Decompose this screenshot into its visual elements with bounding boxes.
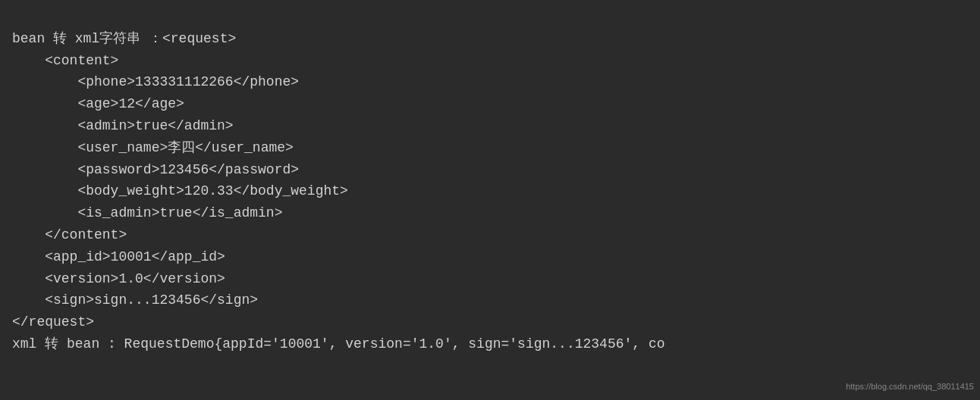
code-line: <app_id>10001</app_id> (12, 246, 968, 268)
watermark: https://blog.csdn.net/qq_38011415 (846, 380, 974, 394)
code-line: <sign>sign...123456</sign> (12, 289, 968, 311)
code-line: <version>1.0</version> (12, 268, 968, 290)
code-line: <is_admin>true</is_admin> (12, 202, 968, 224)
code-line: <phone>133331112266</phone> (12, 71, 968, 93)
code-line: <body_weight>120.33</body_weight> (12, 180, 968, 202)
code-line: <user_name>李四</user_name> (12, 137, 968, 159)
code-line: </request> (12, 311, 968, 333)
code-line: <admin>true</admin> (12, 115, 968, 137)
code-line: bean 转 xml字符串 ：<request> (12, 28, 968, 50)
code-display: bean 转 xml字符串 ：<request> <content> <phon… (0, 0, 980, 361)
code-line: <age>12</age> (12, 93, 968, 115)
code-line: <content> (12, 50, 968, 72)
code-line: <password>123456</password> (12, 159, 968, 181)
code-line: </content> (12, 224, 968, 246)
code-line: xml 转 bean : RequestDemo{appId='10001', … (12, 333, 968, 355)
